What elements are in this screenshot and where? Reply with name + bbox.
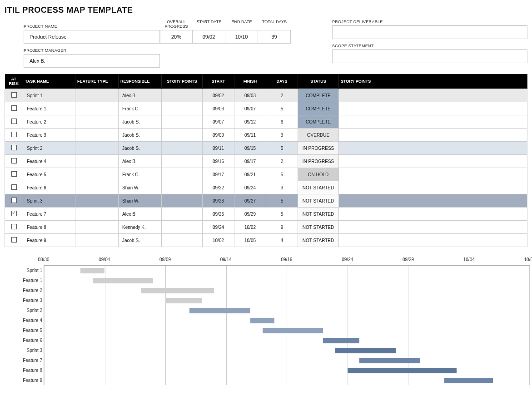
days-cell: 4 xyxy=(266,234,298,247)
at-risk-checkbox[interactable] xyxy=(11,184,17,190)
finish-cell: 09/03 xyxy=(234,89,266,102)
responsible-cell: Jacob S. xyxy=(119,115,162,129)
responsible-cell: Shari W. xyxy=(119,181,162,194)
story-points-cell xyxy=(162,129,203,142)
at-risk-checkbox[interactable] xyxy=(11,237,17,243)
gantt-bar xyxy=(335,348,396,353)
at-risk-checkbox[interactable] xyxy=(11,171,17,177)
finish-cell: 09/21 xyxy=(234,168,266,181)
responsible-cell: Shari W. xyxy=(119,194,162,208)
story-points-cell xyxy=(162,194,203,208)
task-name-cell: Feature 2 xyxy=(23,115,75,129)
gantt-row-label: Feature 1 xyxy=(8,276,42,286)
status-cell: NOT STARTED xyxy=(298,221,339,234)
gantt-row: Feature 1 xyxy=(44,276,529,286)
table-row: Sprint 3Shari W.09/2309/275NOT STARTED xyxy=(5,194,527,208)
days-cell: 5 xyxy=(266,168,298,181)
responsible-cell: Alex B. xyxy=(119,155,162,168)
end-date-value: 10/10 xyxy=(225,30,258,44)
responsible-cell: Jacob S. xyxy=(119,142,162,155)
gantt-bar xyxy=(359,358,420,363)
gantt-bar xyxy=(250,318,274,323)
axis-tick: 09/14 xyxy=(220,257,232,262)
axis-tick: 09/09 xyxy=(159,257,171,262)
gantt-row-label: Sprint 2 xyxy=(8,306,42,316)
start-cell: 09/23 xyxy=(203,194,234,208)
col-responsible: RESPONSIBLE xyxy=(119,74,162,89)
task-table: AT RISK TASK NAME FEATURE TYPE RESPONSIB… xyxy=(5,74,527,247)
gantt-row-label: Sprint 3 xyxy=(8,346,42,356)
gantt-row-label: Feature 5 xyxy=(8,326,42,336)
col-task-name: TASK NAME xyxy=(23,74,75,89)
table-row: Feature 3Jacob S.09/0909/113OVERDUE xyxy=(5,129,527,142)
task-name-cell: Feature 9 xyxy=(23,234,75,247)
axis-tick: 09/24 xyxy=(342,257,353,262)
at-risk-checkbox[interactable] xyxy=(11,105,17,111)
gantt-row: Feature 3 xyxy=(44,296,529,306)
table-row: Sprint 2Jacob S.09/1109/155IN PROGRESS xyxy=(5,142,527,155)
project-name-field[interactable]: Product Release xyxy=(24,30,160,44)
responsible-cell: Alex B. xyxy=(119,208,162,221)
finish-cell: 09/27 xyxy=(234,194,266,208)
gantt-bar xyxy=(93,278,154,283)
table-row: Feature 6Shari W.09/2209/243NOT STARTED xyxy=(5,181,527,194)
responsible-cell: Alex B. xyxy=(119,89,162,102)
days-cell: 5 xyxy=(266,142,298,155)
days-cell: 5 xyxy=(266,208,298,221)
at-risk-checkbox[interactable] xyxy=(11,211,17,216)
responsible-cell: Jacob S. xyxy=(119,129,162,142)
col-feature-type: FEATURE TYPE xyxy=(75,74,119,89)
task-name-cell: Feature 6 xyxy=(23,181,75,194)
story-points-2-cell xyxy=(339,102,527,115)
label-end-date: END DATE xyxy=(225,20,258,30)
story-points-2-cell xyxy=(339,115,527,129)
status-cell: COMPLETE xyxy=(298,89,339,102)
at-risk-checkbox[interactable] xyxy=(11,158,17,163)
project-manager-field[interactable]: Alex B. xyxy=(24,54,160,68)
feature-type-cell xyxy=(75,168,119,181)
finish-cell: 09/11 xyxy=(234,129,266,142)
start-cell: 10/02 xyxy=(203,234,234,247)
finish-cell: 09/29 xyxy=(234,208,266,221)
col-story-points: STORY POINTS xyxy=(162,74,203,89)
col-finish: FINISH xyxy=(234,74,266,89)
project-deliverable-field[interactable] xyxy=(332,25,527,39)
label-overall-progress: OVERALL PROGRESS xyxy=(160,20,193,30)
start-cell: 09/17 xyxy=(203,168,234,181)
start-date-value: 09/02 xyxy=(193,30,225,44)
gantt-bar xyxy=(80,268,104,273)
gantt-row-label: Feature 4 xyxy=(8,316,42,326)
label-start-date: START DATE xyxy=(193,20,225,30)
days-cell: 6 xyxy=(266,115,298,129)
col-at-risk: AT RISK xyxy=(5,74,23,89)
table-row: Feature 2Jacob S.09/0709/126COMPLETE xyxy=(5,115,527,129)
at-risk-checkbox[interactable] xyxy=(11,145,17,150)
at-risk-checkbox[interactable] xyxy=(11,132,17,137)
gantt-row: Sprint 2 xyxy=(44,306,529,316)
gantt-row-label: Feature 9 xyxy=(8,376,42,386)
story-points-2-cell xyxy=(339,221,527,234)
table-row: Feature 8Kennedy K.09/2410/029NOT STARTE… xyxy=(5,221,527,234)
task-name-cell: Sprint 1 xyxy=(23,89,75,102)
total-days-value: 39 xyxy=(258,30,291,44)
gantt-bar xyxy=(263,328,323,333)
at-risk-checkbox[interactable] xyxy=(11,119,17,124)
days-cell: 2 xyxy=(266,89,298,102)
col-days: DAYS xyxy=(266,74,298,89)
feature-type-cell xyxy=(75,115,119,129)
gantt-row: Feature 9 xyxy=(44,376,529,386)
at-risk-checkbox[interactable] xyxy=(11,92,17,98)
label-scope-statement: SCOPE STATEMENT xyxy=(332,44,527,48)
gantt-bar xyxy=(189,308,250,313)
story-points-cell xyxy=(162,102,203,115)
at-risk-checkbox[interactable] xyxy=(11,224,17,229)
task-name-cell: Feature 3 xyxy=(23,129,75,142)
days-cell: 3 xyxy=(266,181,298,194)
scope-statement-field[interactable] xyxy=(332,50,527,63)
gantt-row: Feature 4 xyxy=(44,316,529,326)
at-risk-checkbox[interactable] xyxy=(11,198,17,203)
story-points-cell xyxy=(162,221,203,234)
col-status: STATUS xyxy=(298,74,339,89)
story-points-2-cell xyxy=(339,129,527,142)
feature-type-cell xyxy=(75,194,119,208)
